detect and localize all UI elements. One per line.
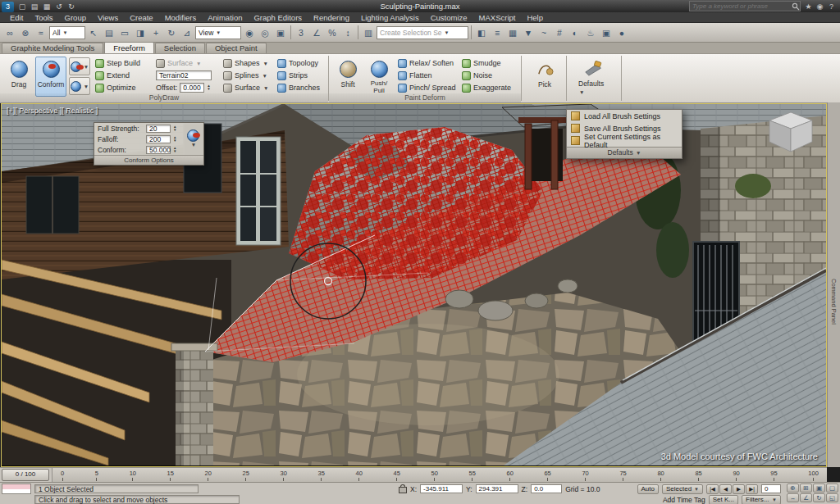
paint-deform-tool-button[interactable]: Smudge bbox=[462, 57, 518, 69]
menu-item[interactable]: Help bbox=[521, 13, 549, 22]
paint-deform-panel-label[interactable]: Paint Deform bbox=[329, 93, 521, 102]
offset-spinner[interactable]: ▲▼ bbox=[207, 84, 210, 91]
orbit-icon[interactable]: ↻ bbox=[813, 493, 825, 502]
select-and-scale-icon[interactable]: ⊿ bbox=[180, 25, 194, 40]
auto-key-button[interactable]: Auto bbox=[637, 484, 659, 494]
option-value-input[interactable]: 50.000 bbox=[146, 146, 171, 154]
communication-center-icon[interactable]: ◉ bbox=[815, 2, 825, 11]
conform-brush-variant-button[interactable]: ▼ bbox=[69, 57, 90, 75]
render-production-icon[interactable]: ● bbox=[614, 25, 629, 40]
zoom-region-icon[interactable]: ▢ bbox=[826, 484, 838, 493]
pick-button[interactable]: Pick bbox=[529, 57, 560, 97]
menu-item[interactable]: Customize bbox=[425, 13, 473, 22]
menu-item[interactable]: Rendering bbox=[308, 13, 355, 22]
set-key-button[interactable]: Set K... bbox=[709, 495, 738, 504]
help-icon[interactable]: ? bbox=[826, 2, 837, 11]
window-crossing-icon[interactable]: ◨ bbox=[133, 25, 148, 40]
zoom-extents-icon[interactable]: ▣ bbox=[813, 484, 825, 493]
defaults-menu-item[interactable]: Load All Brush Settings bbox=[567, 110, 682, 122]
y-coordinate-input[interactable]: 294.391 bbox=[476, 484, 518, 493]
reference-coordinate-dropdown[interactable]: View▼ bbox=[195, 26, 241, 39]
zoom-icon[interactable]: ⊕ bbox=[787, 484, 799, 493]
drag-button[interactable]: Drag bbox=[3, 57, 34, 97]
menu-item[interactable]: Modifiers bbox=[159, 13, 203, 22]
menu-item[interactable]: Create bbox=[124, 13, 159, 22]
timeline-ruler[interactable]: 0510152025303540455055606570758085909510… bbox=[52, 468, 827, 482]
select-and-move-icon[interactable]: + bbox=[148, 25, 163, 40]
command-panel-collapsed[interactable]: Command Panel bbox=[827, 102, 840, 467]
spinner-snap-icon[interactable]: ↕ bbox=[340, 25, 355, 40]
play-icon[interactable]: ▶ bbox=[733, 484, 745, 494]
polydraw-tool-button[interactable]: Extend bbox=[95, 70, 154, 81]
new-scene-icon[interactable]: ▢ bbox=[16, 2, 28, 11]
value-spinner[interactable]: ▲▼ bbox=[173, 147, 176, 153]
add-time-tag[interactable]: Add Time Tag bbox=[663, 496, 705, 504]
angle-snap-icon[interactable]: ∠ bbox=[309, 25, 324, 40]
paint-deform-tool-button[interactable]: Exaggerate bbox=[462, 82, 518, 93]
curve-editor-icon[interactable]: ~ bbox=[536, 25, 551, 40]
perspective-viewport[interactable]: [+][ Perspective ][ Realistic ] 3d Model… bbox=[1, 103, 827, 467]
rendered-frame-window-icon[interactable]: ▣ bbox=[599, 25, 614, 40]
selection-filter-dropdown[interactable]: All▼ bbox=[49, 26, 85, 39]
shift-button[interactable]: Shift bbox=[332, 57, 363, 97]
value-spinner[interactable]: ▲▼ bbox=[173, 136, 176, 143]
pan-icon[interactable]: ↔ bbox=[787, 493, 799, 502]
menu-item[interactable]: Tools bbox=[29, 13, 58, 22]
tab-selection[interactable]: Selection bbox=[155, 43, 205, 53]
menu-item[interactable]: Graph Editors bbox=[248, 13, 308, 22]
tab-graphite-modeling-tools[interactable]: Graphite Modeling Tools bbox=[2, 43, 103, 53]
select-and-manipulate-icon[interactable]: ◎ bbox=[258, 25, 272, 40]
time-slider-handle[interactable]: 0 / 100 bbox=[2, 469, 49, 481]
search-input[interactable] bbox=[690, 2, 792, 10]
material-editor-icon[interactable]: ◐ bbox=[568, 25, 582, 40]
snap-toggle-3d-icon[interactable]: 3 bbox=[294, 25, 308, 40]
select-by-name-icon[interactable]: ▤ bbox=[102, 25, 116, 40]
save-file-icon[interactable]: ▦ bbox=[41, 2, 52, 11]
percent-snap-icon[interactable]: % bbox=[325, 25, 340, 40]
app-logo-icon[interactable]: 3 bbox=[2, 2, 14, 12]
redo-icon[interactable]: ↻ bbox=[66, 2, 77, 11]
topology-mode-button[interactable]: Branches bbox=[277, 82, 326, 93]
use-pivot-point-icon[interactable]: ◉ bbox=[242, 25, 257, 40]
ribbon-toggle-icon[interactable]: ▼ bbox=[521, 25, 536, 40]
offset-input[interactable]: 0.000 bbox=[180, 83, 204, 93]
render-setup-icon[interactable]: ♨ bbox=[583, 25, 598, 40]
select-and-link-icon[interactable]: ∞ bbox=[2, 25, 17, 40]
edit-named-selection-sets-icon[interactable]: ▥ bbox=[361, 25, 376, 40]
select-object-icon[interactable]: ↖ bbox=[86, 25, 101, 40]
polydraw-tool-button[interactable]: Optimize bbox=[95, 82, 154, 93]
select-and-rotate-icon[interactable]: ↻ bbox=[164, 25, 179, 40]
align-icon[interactable]: ≡ bbox=[490, 25, 504, 40]
brush-preset-button[interactable]: ▼ bbox=[187, 129, 199, 148]
conform-button[interactable]: Conform bbox=[35, 57, 66, 97]
rectangular-selection-region-icon[interactable]: ▭ bbox=[117, 25, 132, 40]
unlink-selection-icon[interactable]: ⊗ bbox=[18, 25, 33, 40]
paint-deform-tool-button[interactable]: Noise bbox=[462, 70, 518, 81]
polydraw-panel-label[interactable]: PolyDraw bbox=[0, 93, 328, 102]
menu-item[interactable]: Group bbox=[59, 13, 92, 22]
menu-item[interactable]: MAXScript bbox=[473, 13, 522, 22]
draw-mode-button[interactable]: Surface▼ bbox=[223, 82, 274, 93]
schematic-view-icon[interactable]: # bbox=[552, 25, 567, 40]
bind-to-space-warp-icon[interactable]: ≈ bbox=[34, 25, 48, 40]
viewport-caption[interactable]: [+][ Perspective ][ Realistic ] bbox=[7, 107, 98, 115]
paint-deform-tool-button[interactable]: Flatten bbox=[398, 70, 459, 81]
push-pull-button[interactable]: Push/ Pull bbox=[363, 57, 395, 97]
previous-frame-icon[interactable]: ◀ bbox=[719, 484, 732, 494]
favorites-star-icon[interactable]: ★ bbox=[803, 2, 814, 11]
x-coordinate-input[interactable]: -345.911 bbox=[420, 484, 463, 493]
layer-manager-icon[interactable]: ▦ bbox=[505, 25, 520, 40]
topology-mode-button[interactable]: Topology bbox=[277, 57, 326, 69]
draw-mode-button[interactable]: Splines▼ bbox=[223, 70, 274, 81]
option-value-input[interactable]: 200 bbox=[146, 135, 171, 143]
topology-mode-button[interactable]: Strips bbox=[277, 70, 326, 81]
maxscript-mini-listener[interactable] bbox=[2, 484, 31, 494]
tab-object-paint[interactable]: Object Paint bbox=[206, 43, 267, 53]
surface-mode-dropdown[interactable]: Surface ▼ bbox=[156, 57, 218, 69]
conform-options-title[interactable]: Conform Options bbox=[94, 155, 203, 165]
current-frame-input[interactable]: 0 bbox=[761, 484, 781, 493]
draw-mode-button[interactable]: Shapes▼ bbox=[223, 57, 274, 69]
defaults-button[interactable]: Defaults ▼ bbox=[578, 57, 609, 97]
z-coordinate-input[interactable]: 0.0 bbox=[531, 484, 562, 493]
selection-lock-icon[interactable] bbox=[399, 487, 407, 493]
